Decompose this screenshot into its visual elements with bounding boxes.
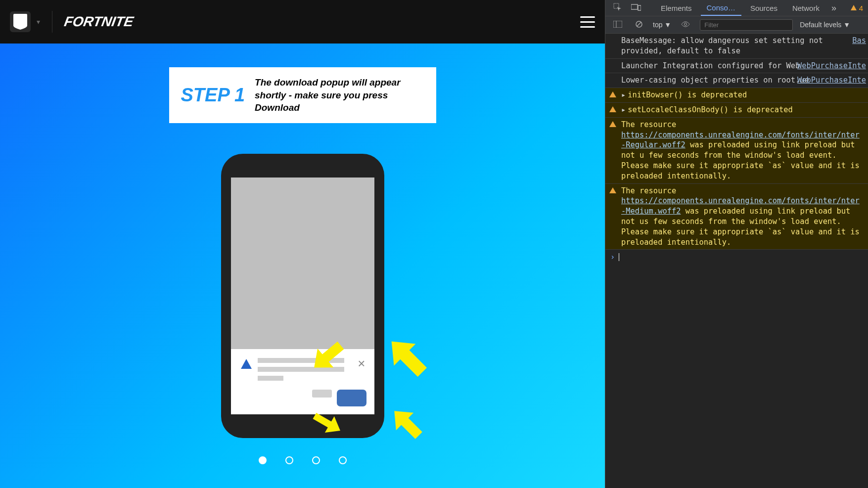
arrow-icon (305, 401, 350, 445)
live-expression-icon[interactable] (678, 19, 693, 31)
fortnite-logo[interactable]: FORTNITE (63, 14, 135, 30)
console-warning: ▸initBowser() is deprecated (605, 88, 868, 103)
console-log: BaseMessage: allow dangerous set setting… (605, 34, 868, 59)
svg-point-7 (685, 23, 687, 26)
execution-context[interactable]: top ▼ (653, 21, 671, 29)
carousel-dots (259, 456, 347, 464)
warning-count[interactable]: 4 (850, 4, 863, 12)
hamburger-menu-icon[interactable] (580, 16, 595, 28)
console-warning: The resource https://components.unrealen… (605, 118, 868, 184)
tab-console[interactable]: Conso… (701, 0, 741, 16)
cancel-button-placeholder (312, 390, 332, 398)
console-prompt[interactable]: › (605, 250, 868, 265)
close-icon: × (358, 356, 365, 371)
console-log: Launcher Integration configured for WebW… (605, 59, 868, 74)
arrow-icon (379, 396, 434, 450)
phone-frame: × (221, 154, 384, 438)
log-source-link[interactable]: Bas (852, 36, 866, 46)
tab-network[interactable]: Network (786, 1, 825, 15)
main-content: STEP 1 The download popup will appear sh… (0, 44, 605, 488)
devtools-panel: Elements Conso… Sources Network » 4 top … (605, 0, 868, 488)
chevron-right-icon: › (610, 253, 615, 262)
console-toolbar: top ▼ Default levels ▼ (605, 16, 868, 34)
svg-line-6 (637, 22, 641, 26)
step-description: The download popup will appear shortly -… (255, 76, 424, 114)
header-divider (52, 11, 52, 33)
log-levels-dropdown[interactable]: Default levels ▼ (800, 21, 850, 29)
carousel-dot-1[interactable] (259, 456, 267, 464)
step-label: STEP 1 (181, 85, 245, 106)
svg-rect-1 (631, 4, 638, 9)
log-source-link[interactable]: WebPurchaseInte (797, 61, 866, 71)
epic-games-logo[interactable] (10, 11, 31, 32)
arrow-icon (300, 329, 355, 384)
carousel-dot-2[interactable] (285, 456, 293, 464)
popup-triangle-icon (241, 359, 252, 369)
filter-input[interactable] (700, 19, 793, 31)
page-left: ▾ FORTNITE STEP 1 The download popup wil… (0, 0, 605, 488)
sidebar-toggle-icon[interactable] (610, 19, 625, 31)
tab-sources[interactable]: Sources (744, 1, 783, 15)
clear-console-icon[interactable] (632, 18, 646, 32)
step-card: STEP 1 The download popup will appear sh… (169, 67, 436, 123)
screen-background (231, 177, 374, 349)
console-output: BaseMessage: allow dangerous set setting… (605, 34, 868, 488)
console-log: Lower-casing object properties on root.u… (605, 73, 868, 88)
carousel-dot-3[interactable] (312, 456, 320, 464)
console-warning: The resource https://components.unrealen… (605, 184, 868, 250)
tab-elements[interactable]: Elements (655, 1, 698, 15)
svg-rect-2 (638, 5, 641, 10)
phone-illustration: × (221, 154, 384, 438)
console-warning: ▸setLocaleClassOnBody() is deprecated (605, 103, 868, 118)
carousel-dot-4[interactable] (339, 456, 347, 464)
tabs-overflow-icon[interactable]: » (828, 3, 839, 13)
devtools-tabs: Elements Conso… Sources Network » 4 (605, 0, 868, 16)
site-header: ▾ FORTNITE (0, 0, 605, 44)
arrow-icon (374, 324, 439, 389)
inspect-icon[interactable] (610, 1, 625, 15)
resource-link[interactable]: https://components.unrealengine.com/font… (621, 131, 841, 139)
log-source-link[interactable]: WebPurchaseInte (797, 75, 866, 86)
resource-link[interactable]: https://components.unrealengine.com/font… (621, 196, 841, 205)
svg-rect-3 (613, 21, 622, 28)
chevron-down-icon[interactable]: ▾ (37, 18, 40, 26)
device-toggle-icon[interactable] (628, 1, 644, 15)
